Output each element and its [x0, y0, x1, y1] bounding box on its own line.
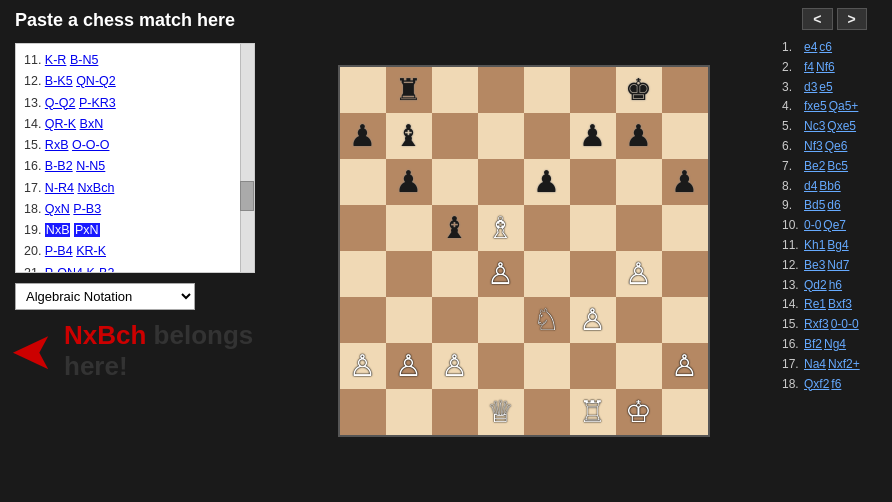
move-link-w[interactable]: P-B4 [45, 244, 73, 258]
square[interactable] [340, 389, 386, 435]
notation-link-b[interactable]: f6 [831, 375, 841, 395]
square[interactable] [432, 113, 478, 159]
square[interactable] [524, 343, 570, 389]
move-link-w[interactable]: K-R [45, 53, 67, 67]
square[interactable] [432, 389, 478, 435]
notation-link-b[interactable]: Nxf2+ [828, 355, 860, 375]
square[interactable]: ♝ [386, 113, 432, 159]
square[interactable] [616, 159, 662, 205]
square[interactable]: ♗ [478, 205, 524, 251]
notation-link-b[interactable]: 0-0-0 [831, 315, 859, 335]
square[interactable]: ♜ [386, 67, 432, 113]
square[interactable] [524, 205, 570, 251]
notation-link-b[interactable]: Qe7 [823, 216, 846, 236]
notation-link-b[interactable]: Bb6 [819, 177, 840, 197]
square[interactable] [524, 113, 570, 159]
notation-link-w[interactable]: Nc3 [804, 117, 825, 137]
move-link-w[interactable]: QxN [45, 202, 70, 216]
notation-link-b[interactable]: Qxe5 [827, 117, 856, 137]
square[interactable]: ♔ [616, 389, 662, 435]
square[interactable] [524, 389, 570, 435]
square[interactable]: ♟ [386, 159, 432, 205]
notation-link-w[interactable]: Qxf2 [804, 375, 829, 395]
move-link-w[interactable]: B-B2 [45, 159, 73, 173]
square[interactable]: ♟ [616, 113, 662, 159]
square[interactable]: ♟ [340, 113, 386, 159]
notation-link-b[interactable]: Bxf3 [828, 295, 852, 315]
notation-link-b[interactable]: Qe6 [825, 137, 848, 157]
square[interactable]: ♙ [616, 251, 662, 297]
notation-link-b[interactable]: h6 [829, 276, 842, 296]
notation-link-w[interactable]: Kh1 [804, 236, 825, 256]
square[interactable]: ♕ [478, 389, 524, 435]
scrollbar-thumb[interactable] [240, 181, 254, 211]
square[interactable] [432, 67, 478, 113]
move-link-w[interactable]: N-R4 [45, 181, 74, 195]
notation-link-w[interactable]: e4 [804, 38, 817, 58]
square[interactable] [570, 251, 616, 297]
notation-link-w[interactable]: Be2 [804, 157, 825, 177]
notation-link-b[interactable]: c6 [819, 38, 832, 58]
square[interactable] [570, 67, 616, 113]
notation-link-w[interactable]: Bf2 [804, 335, 822, 355]
move-link-w[interactable]: QR-K [45, 117, 76, 131]
move-link-b[interactable]: QN-Q2 [76, 74, 116, 88]
square[interactable]: ♘ [524, 297, 570, 343]
notation-link-w[interactable]: Re1 [804, 295, 826, 315]
notation-link-b[interactable]: Qa5+ [829, 97, 859, 117]
notation-link-b[interactable]: Bc5 [827, 157, 848, 177]
square[interactable] [432, 159, 478, 205]
notation-link-w[interactable]: Qd2 [804, 276, 827, 296]
move-link-b[interactable]: B-N5 [70, 53, 98, 67]
square[interactable] [570, 205, 616, 251]
square[interactable]: ♟ [524, 159, 570, 205]
square[interactable] [340, 67, 386, 113]
notation-link-w[interactable]: Rxf3 [804, 315, 829, 335]
move-link-w[interactable]: P-QN4 [45, 266, 83, 273]
notation-select[interactable]: Algebraic NotationLong AlgebraicDescript… [15, 283, 195, 310]
square[interactable]: ♙ [662, 343, 708, 389]
move-link-b[interactable]: P-B3 [73, 202, 101, 216]
square[interactable] [340, 297, 386, 343]
notation-link-w[interactable]: 0-0 [804, 216, 821, 236]
square[interactable] [662, 297, 708, 343]
square[interactable] [662, 113, 708, 159]
square[interactable]: ♙ [478, 251, 524, 297]
square[interactable] [662, 67, 708, 113]
move-link-b[interactable]: O-O-O [72, 138, 110, 152]
scrollbar[interactable] [240, 44, 254, 272]
notation-link-w[interactable]: d3 [804, 78, 817, 98]
square[interactable]: ♟ [662, 159, 708, 205]
notation-link-b[interactable]: Nd7 [827, 256, 849, 276]
move-link-b[interactable]: KR-K [76, 244, 106, 258]
square[interactable] [662, 251, 708, 297]
square[interactable] [616, 343, 662, 389]
notation-link-w[interactable]: Na4 [804, 355, 826, 375]
square[interactable]: ♖ [570, 389, 616, 435]
square[interactable] [570, 343, 616, 389]
move-link-w[interactable]: B-K5 [45, 74, 73, 88]
notation-link-b[interactable]: d6 [827, 196, 840, 216]
square[interactable] [478, 67, 524, 113]
square[interactable] [662, 389, 708, 435]
square[interactable] [478, 159, 524, 205]
notation-link-b[interactable]: e5 [819, 78, 832, 98]
square[interactable]: ♟ [570, 113, 616, 159]
move-link-b[interactable]: NxBch [78, 181, 115, 195]
move-link-b[interactable]: P-KR3 [79, 96, 116, 110]
next-button[interactable]: > [837, 8, 867, 30]
prev-button[interactable]: < [802, 8, 832, 30]
notation-link-w[interactable]: Nf3 [804, 137, 823, 157]
square[interactable] [478, 113, 524, 159]
move-link-w[interactable]: Q-Q2 [45, 96, 76, 110]
square[interactable] [616, 297, 662, 343]
notation-link-b[interactable]: Ng4 [824, 335, 846, 355]
square[interactable] [616, 205, 662, 251]
square[interactable] [478, 297, 524, 343]
square[interactable] [340, 251, 386, 297]
notation-link-w[interactable]: fxe5 [804, 97, 827, 117]
square[interactable]: ♙ [570, 297, 616, 343]
notation-link-w[interactable]: Bd5 [804, 196, 825, 216]
square[interactable] [524, 251, 570, 297]
notation-link-b[interactable]: Bg4 [827, 236, 848, 256]
